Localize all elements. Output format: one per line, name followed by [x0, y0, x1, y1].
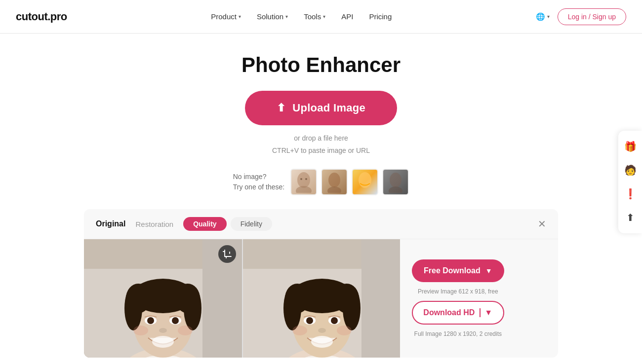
sample-image-3[interactable]	[352, 169, 378, 195]
nav-api[interactable]: API	[341, 12, 353, 21]
main-content: Photo Enhancer ⬆ Upload Image or drop a …	[0, 34, 642, 364]
drop-hint: or drop a file here CTRL+V to paste imag…	[272, 132, 370, 157]
header-right: 🌐 ▾ Log in / Sign up	[536, 8, 626, 25]
logo[interactable]: cutout.pro	[16, 10, 67, 23]
face-svg-4	[387, 171, 404, 193]
nav-pricing[interactable]: Pricing	[369, 12, 392, 21]
tools-chevron-icon: ▾	[323, 14, 325, 19]
avatar-button[interactable]: 🧑	[618, 158, 642, 182]
original-image-container	[84, 239, 242, 358]
full-image-info: Full Image 1280 x 1920, 2 credits	[414, 330, 502, 337]
nav-product[interactable]: Product ▾	[211, 12, 241, 21]
sample-image-4[interactable]	[382, 169, 409, 195]
svg-point-39	[285, 284, 310, 313]
upload-sidebar-button[interactable]: ⬆	[618, 206, 642, 229]
svg-point-45	[318, 328, 326, 333]
download-hd-button[interactable]: Download HD ▼	[412, 301, 504, 325]
upload-arrow-icon: ⬆	[277, 102, 285, 114]
crop-icon	[223, 250, 232, 258]
svg-point-27	[133, 326, 148, 335]
svg-point-3	[305, 178, 307, 180]
page-title: Photo Enhancer	[241, 53, 401, 77]
svg-point-47	[292, 326, 307, 335]
header: cutout.pro Product ▾ Solution ▾ Tools ▾ …	[0, 0, 642, 34]
svg-point-25	[159, 328, 167, 333]
login-button[interactable]: Log in / Sign up	[558, 8, 626, 25]
tab-group: Quality Fidelity	[183, 217, 272, 231]
gift-button[interactable]: 🎁	[618, 135, 642, 158]
sample-text: No image? Try one of these:	[233, 172, 285, 192]
close-button[interactable]: ✕	[538, 219, 546, 229]
language-selector[interactable]: 🌐 ▾	[536, 12, 550, 21]
svg-rect-31	[361, 239, 400, 358]
svg-point-1	[296, 186, 312, 193]
notification-button[interactable]: ❗	[618, 182, 642, 206]
solution-chevron-icon: ▾	[285, 14, 288, 19]
svg-point-28	[178, 326, 193, 335]
sidebar-float: 🎁 🧑 ❗ ⬆	[618, 131, 642, 233]
results-header: Original Restoration Quality Fidelity ✕	[84, 209, 558, 239]
results-body: Free Download ▼ Preview Image 612 x 918,…	[84, 239, 558, 358]
svg-point-44	[331, 317, 338, 324]
svg-point-4	[328, 173, 340, 187]
sample-image-1[interactable]	[290, 169, 317, 195]
upload-image-button[interactable]: ⬆ Upload Image	[245, 91, 397, 125]
svg-point-0	[297, 172, 310, 188]
svg-point-48	[337, 326, 352, 335]
svg-point-43	[306, 317, 313, 324]
face-svg-3	[356, 171, 374, 193]
free-download-button[interactable]: Free Download ▼	[412, 259, 504, 282]
svg-point-46	[311, 336, 333, 348]
svg-point-20	[175, 284, 200, 313]
svg-point-19	[126, 284, 151, 313]
sample-images	[290, 169, 409, 195]
nav-solution[interactable]: Solution ▾	[257, 12, 288, 21]
svg-point-7	[390, 173, 401, 187]
tab-fidelity[interactable]: Fidelity	[231, 217, 272, 231]
product-chevron-icon: ▾	[239, 14, 241, 19]
action-panel: Free Download ▼ Preview Image 612 x 918,…	[400, 239, 516, 358]
svg-point-8	[389, 186, 402, 193]
svg-point-24	[172, 317, 179, 324]
nav-tools[interactable]: Tools ▾	[304, 12, 325, 21]
svg-point-40	[334, 284, 359, 313]
sample-image-2[interactable]	[321, 169, 348, 195]
preview-info: Preview Image 612 x 918, free	[418, 288, 498, 295]
enhanced-image-container	[242, 239, 400, 358]
tab-quality[interactable]: Quality	[183, 217, 226, 231]
restoration-label: Restoration	[135, 220, 173, 228]
results-panel: Original Restoration Quality Fidelity ✕	[84, 209, 558, 358]
face-svg-1	[295, 171, 313, 193]
download-chevron-icon: ▼	[485, 267, 492, 275]
sample-section: No image? Try one of these:	[233, 169, 409, 195]
svg-point-23	[147, 317, 154, 324]
enhanced-image-svg	[243, 239, 400, 358]
hd-chevron-wrap: ▼	[480, 308, 492, 317]
language-icon: 🌐	[536, 12, 545, 21]
svg-point-26	[152, 336, 174, 348]
face-svg-2	[325, 171, 343, 193]
nav: Product ▾ Solution ▾ Tools ▾ API Pricing	[211, 12, 392, 21]
original-image-svg	[84, 239, 242, 358]
svg-point-5	[327, 186, 341, 193]
original-label: Original	[96, 219, 125, 228]
hd-chevron-icon: ▼	[484, 308, 492, 317]
svg-point-2	[300, 178, 302, 180]
lang-chevron-icon: ▾	[547, 14, 550, 19]
